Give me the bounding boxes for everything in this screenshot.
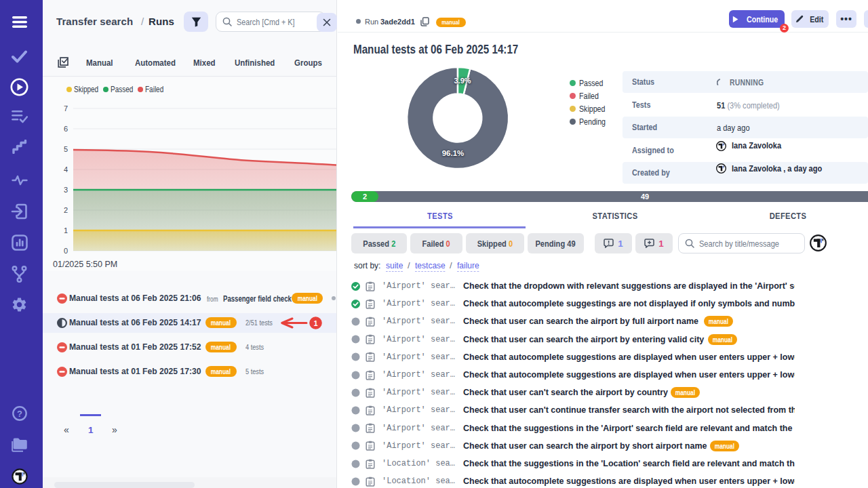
- svg-text:2: 2: [64, 206, 68, 214]
- svg-text:3.9%: 3.9%: [454, 77, 471, 85]
- svg-text:3: 3: [64, 186, 68, 194]
- svg-text:6: 6: [64, 125, 68, 133]
- svg-text:96.1%: 96.1%: [442, 149, 465, 157]
- svg-text:4: 4: [64, 165, 68, 174]
- svg-text:0: 0: [64, 247, 68, 255]
- svg-text:1: 1: [313, 319, 317, 327]
- svg-text:?: ?: [17, 409, 22, 419]
- svg-text:7: 7: [64, 104, 68, 113]
- svg-text:1: 1: [64, 226, 68, 235]
- svg-text:5: 5: [64, 145, 68, 153]
